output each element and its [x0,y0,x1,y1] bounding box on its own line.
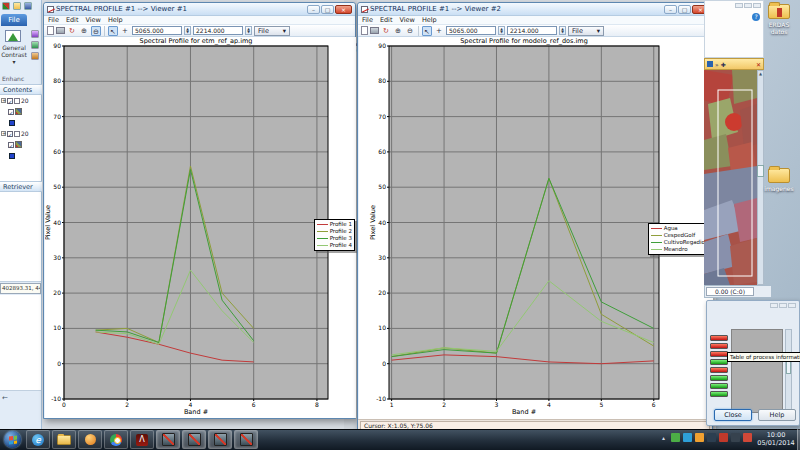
x-coordinate-field[interactable]: 5065.000 [446,26,496,35]
svg-text:40: 40 [378,219,386,226]
zoom-in-icon[interactable]: ⊕ [393,26,403,36]
taskbar-button-erdas-viewer[interactable] [208,430,232,449]
menu-view[interactable]: View [399,16,414,24]
thumbnail-scrollbar[interactable]: ▲ [757,70,764,285]
checkbox-icon[interactable]: ✓ [8,142,14,148]
file-ribbon-tab[interactable]: File [1,14,27,26]
monitor-app-icon[interactable] [731,433,740,442]
flag-app-icon[interactable] [707,433,716,442]
select-arrow-icon[interactable]: ↖ [422,26,432,36]
satellite-image-thumbnail[interactable] [704,70,757,285]
expand-icon[interactable]: + [1,131,6,136]
ribbon-tool-icon[interactable] [31,52,39,60]
y-coordinate-spinner[interactable]: ▲▼ [245,26,252,35]
zoom-out-icon[interactable]: ⊖ [91,26,101,36]
crosshair-icon[interactable]: + [120,26,130,36]
window-titlebar[interactable]: SPECTRAL PROFILE #1 --> Viewer #2 – ▢ × [358,3,712,16]
checkbox-icon[interactable]: ✓ [7,98,13,104]
zoom-out-icon[interactable]: ⊖ [405,26,415,36]
taskbar-clock[interactable]: 10:00 05/01/2014 [754,431,798,447]
tree-row-group[interactable]: +✓20 [0,128,41,139]
apply-arrows-icon[interactable]: » [715,61,719,68]
start-button[interactable] [4,431,21,448]
checkbox-icon[interactable]: ✓ [7,131,13,137]
zoom-in-icon[interactable]: ⊕ [79,26,89,36]
menu-view[interactable]: View [85,16,100,24]
minimize-button[interactable]: – [307,5,320,14]
help-icon[interactable]: ? [752,13,760,21]
menu-edit[interactable]: Edit [66,16,79,24]
close-button[interactable] [753,3,761,8]
minimize-button[interactable]: – [664,5,677,14]
help-process-button[interactable]: Help [758,409,796,421]
taskbar-button-orange-app[interactable] [78,430,102,449]
x-coordinate-spinner[interactable]: ▲▼ [184,26,191,35]
y-coordinate-spinner[interactable]: ▲▼ [559,26,566,35]
back-arrow-icon[interactable]: ← [2,394,8,402]
expand-icon[interactable]: + [1,98,6,103]
close-overview-icon[interactable]: ✕ [756,61,761,68]
ribbon-tool-icon[interactable] [31,41,39,49]
maximize-button[interactable] [744,3,752,8]
menu-file[interactable]: File [48,16,59,24]
general-contrast-icon[interactable] [5,30,21,42]
desktop-icon[interactable]: imagenes [764,168,794,192]
tree-row-vector[interactable] [0,117,41,128]
checkbox-icon[interactable]: ✓ [8,109,14,115]
print-icon[interactable] [370,27,379,34]
refresh-icon[interactable]: ↻ [381,26,391,36]
tree-row-raster[interactable]: ✓ [0,106,41,117]
tree-row-vector[interactable] [0,150,41,161]
menu-help[interactable]: Help [108,16,123,24]
red-app-icon[interactable] [719,433,728,442]
close-button[interactable] [788,303,796,308]
x-coordinate-spinner[interactable]: ▲▼ [498,26,505,35]
tree-row-group[interactable]: +✓20 [0,95,41,106]
y-coordinate-field[interactable]: 2214.000 [507,26,557,35]
general-contrast-label[interactable]: General Contrast ▾ [0,44,28,65]
maximize-button[interactable]: ▢ [321,5,334,14]
taskbar-button-erdas-viewer[interactable] [234,430,258,449]
ribbon-tool-icon[interactable] [31,30,39,38]
antivirus-green-icon[interactable] [671,433,680,442]
maximize-button[interactable] [779,303,787,308]
y-coordinate-field[interactable]: 2214.000 [193,26,243,35]
new-document-icon[interactable] [47,26,54,35]
select-arrow-icon[interactable]: ↖ [108,26,118,36]
open-folder-icon[interactable] [13,2,21,10]
window-titlebar[interactable]: SPECTRAL PROFILE #1 --> Viewer #1 – ▢ × [44,3,355,16]
desktop-icon[interactable]: ERDAS datos [764,4,794,35]
close-process-button[interactable]: Close [714,409,752,421]
file-dropdown[interactable]: File▾ [254,26,290,36]
taskbar-button-adobe-reader[interactable]: Λ [130,430,154,449]
hidden-icons-chevron-icon[interactable]: ▴ [659,433,668,442]
tree-row-raster[interactable]: ✓ [0,139,41,150]
contents-tree[interactable]: +✓20✓+✓20✓ [0,95,41,181]
notifier-red-icon[interactable] [743,433,752,442]
messenger-blue-icon[interactable] [683,433,692,442]
minimize-button[interactable] [735,3,743,8]
minimize-button[interactable] [770,303,778,308]
close-button[interactable]: × [335,5,352,14]
new-document-icon[interactable] [361,26,368,35]
extent-icon[interactable] [707,61,713,67]
taskbar-button-chrome[interactable] [104,430,128,449]
update-orange-icon[interactable] [695,433,704,442]
thumbnail-scrollbar-thumb[interactable] [757,165,764,177]
pin-icon[interactable]: ✚ [721,61,726,68]
taskbar-button-erdas-viewer[interactable] [156,430,180,449]
print-icon[interactable] [56,27,65,34]
x-coordinate-field[interactable]: 5065.000 [132,26,182,35]
taskbar-button-windows-explorer[interactable] [52,430,76,449]
menu-file[interactable]: File [362,16,373,24]
taskbar-button-erdas-viewer[interactable] [182,430,206,449]
save-icon[interactable] [24,2,32,10]
menu-edit[interactable]: Edit [380,16,393,24]
crosshair-icon[interactable]: + [434,26,444,36]
maximize-button[interactable]: ▢ [678,5,691,14]
refresh-icon[interactable]: ↻ [67,26,77,36]
menu-help[interactable]: Help [422,16,437,24]
process-scrollbar[interactable] [785,329,792,413]
taskbar-button-internet-explorer[interactable]: e [26,430,50,449]
file-dropdown[interactable]: File▾ [568,26,604,36]
